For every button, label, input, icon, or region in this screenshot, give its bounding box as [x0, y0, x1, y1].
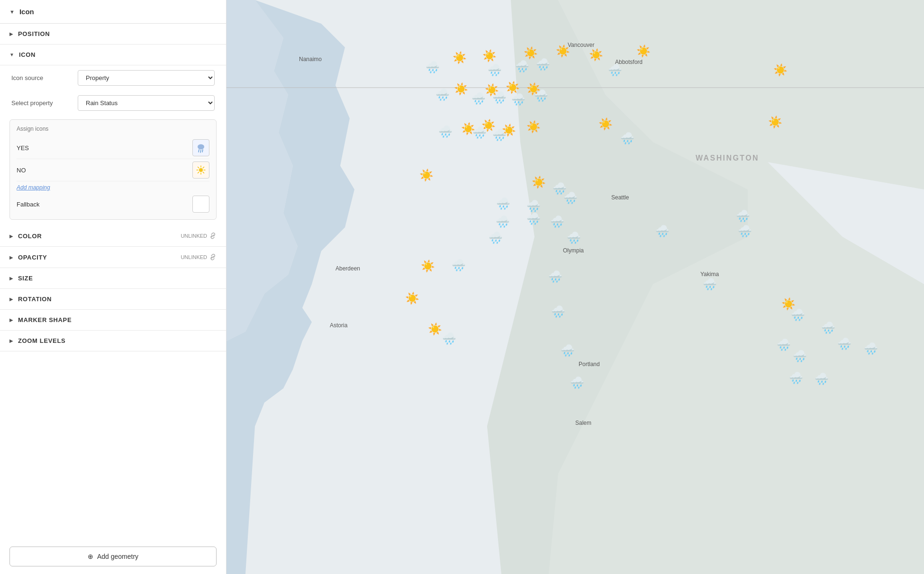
add-mapping-link[interactable]: Add mapping — [17, 181, 50, 193]
position-section-header[interactable]: ▶ POSITION — [0, 24, 226, 45]
svg-point-0 — [198, 144, 204, 150]
opacity-section-header[interactable]: ▶ OPACITY UNLINKED — [0, 247, 226, 268]
assign-yes-icon-btn[interactable] — [192, 139, 209, 156]
icon-section-header[interactable]: ▼ Icon — [0, 0, 226, 24]
icon-collapse-arrow: ▼ — [9, 9, 15, 15]
zoom-levels-section-header[interactable]: ▶ ZOOM LEVELS — [0, 331, 226, 351]
add-geometry-button[interactable]: ⊕ Add geometry — [9, 547, 217, 566]
svg-line-9 — [198, 167, 199, 168]
icon-section-title: Icon — [19, 8, 34, 16]
svg-point-4 — [199, 168, 203, 172]
icon-sub-arrow: ▼ — [9, 52, 14, 57]
map-area: Vancouver Abbotsford Nanaimo Seattle Oly… — [226, 0, 924, 574]
add-geometry-label: Add geometry — [97, 553, 138, 560]
zoom-levels-arrow: ▶ — [9, 338, 13, 343]
assign-icons-title: Assign icons — [17, 126, 209, 132]
assign-row-no: NO — [17, 159, 209, 181]
select-property-row: Select property Rain Status — [0, 90, 226, 116]
assign-row-yes: YES — [17, 137, 209, 159]
marker-shape-label: MARKER SHAPE — [18, 316, 72, 323]
rotation-section-header[interactable]: ▶ ROTATION — [0, 289, 226, 310]
icon-source-label: Icon source — [11, 74, 73, 81]
rotation-label: ROTATION — [18, 296, 52, 303]
assign-icons-box: Assign icons YES NO — [9, 119, 217, 220]
color-label: COLOR — [18, 233, 42, 240]
fallback-label: Fallback — [17, 201, 192, 208]
size-arrow: ▶ — [9, 276, 13, 281]
rotation-arrow: ▶ — [9, 296, 13, 302]
opacity-unlinked-badge: UNLINKED — [181, 253, 217, 261]
marker-shape-arrow: ▶ — [9, 317, 13, 323]
color-unlinked-badge: UNLINKED — [181, 232, 217, 240]
fallback-icon-btn[interactable] — [192, 196, 209, 213]
assign-no-icon-btn[interactable] — [192, 161, 209, 179]
zoom-levels-label: ZOOM LEVELS — [18, 337, 65, 344]
marker-shape-section-header[interactable]: ▶ MARKER SHAPE — [0, 310, 226, 331]
opacity-label: OPACITY — [18, 254, 47, 261]
assign-yes-label: YES — [17, 144, 192, 152]
icon-section-content: Icon source Property Select property Rai… — [0, 65, 226, 225]
position-arrow: ▶ — [9, 31, 13, 36]
position-label: POSITION — [18, 30, 50, 37]
svg-line-12 — [198, 172, 199, 173]
opacity-arrow: ▶ — [9, 255, 13, 260]
assign-no-label: NO — [17, 167, 192, 174]
icon-source-row: Icon source Property — [0, 65, 226, 90]
svg-line-1 — [199, 150, 199, 152]
add-geometry-plus: ⊕ — [88, 553, 93, 560]
select-property-label: Select property — [11, 99, 73, 107]
map-svg — [226, 0, 924, 574]
icon-sub-section-header[interactable]: ▼ ICON — [0, 45, 226, 65]
svg-line-2 — [200, 150, 201, 152]
color-section-header[interactable]: ▶ COLOR UNLINKED — [0, 225, 226, 247]
select-property-select[interactable]: Rain Status — [78, 95, 215, 111]
svg-line-3 — [202, 150, 203, 152]
icon-sub-label: ICON — [19, 51, 36, 58]
left-panel: ▼ Icon ▶ POSITION ▼ ICON Icon source Pro… — [0, 0, 226, 574]
icon-source-select[interactable]: Property — [78, 70, 215, 86]
color-arrow: ▶ — [9, 233, 13, 239]
size-section-header[interactable]: ▶ SIZE — [0, 268, 226, 289]
svg-line-10 — [203, 172, 204, 173]
size-label: SIZE — [18, 275, 33, 282]
fallback-row: Fallback — [17, 193, 209, 214]
svg-line-11 — [203, 167, 204, 168]
